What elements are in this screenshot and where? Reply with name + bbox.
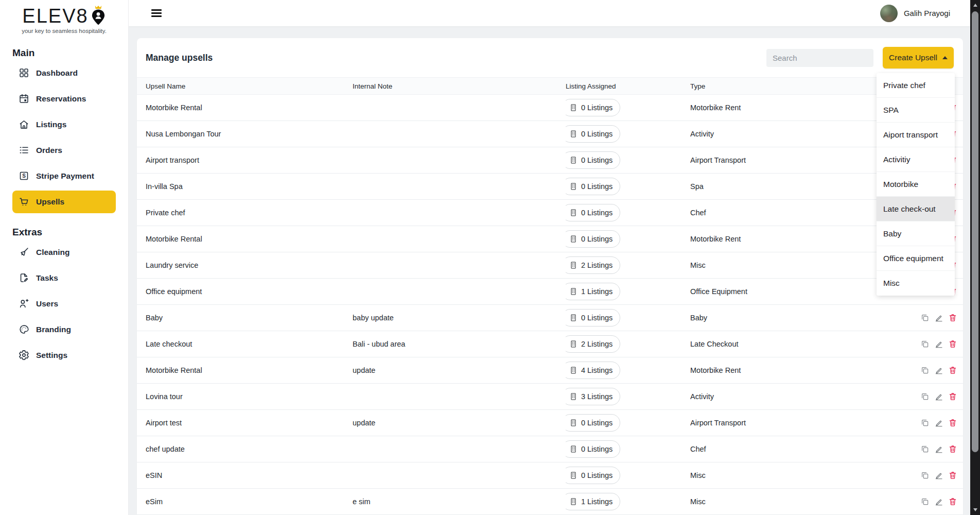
listings-badge[interactable]: 2 Listings xyxy=(566,335,620,353)
edit-icon[interactable] xyxy=(934,339,943,349)
search-input[interactable] xyxy=(766,49,873,67)
user-plus-icon xyxy=(19,298,29,309)
building-icon xyxy=(569,156,577,164)
listings-count: 2 Listings xyxy=(581,261,612,269)
listings-badge[interactable]: 4 Listings xyxy=(566,362,620,379)
topbar: Galih Prayogi xyxy=(129,0,980,26)
table-row: Motorbike Rental update 4 Listings Motor… xyxy=(137,357,963,384)
sidebar-item-dashboard[interactable]: Dashboard xyxy=(12,62,116,84)
calendar-icon xyxy=(19,93,29,104)
sidebar-item-users[interactable]: Users xyxy=(12,293,116,315)
listings-badge[interactable]: 0 Listings xyxy=(566,125,620,143)
internal-note-cell: update xyxy=(353,419,566,427)
listings-badge[interactable]: 0 Listings xyxy=(566,99,620,116)
copy-icon[interactable] xyxy=(920,339,930,349)
copy-icon[interactable] xyxy=(920,392,930,401)
internal-note-cell: update xyxy=(353,366,566,374)
sidebar-item-settings[interactable]: Settings xyxy=(12,344,116,367)
avatar xyxy=(880,5,898,22)
dropdown-item[interactable]: Motorbike xyxy=(877,172,955,197)
edit-icon[interactable] xyxy=(934,471,943,480)
dropdown-item[interactable]: Aiport transport xyxy=(877,123,955,147)
edit-icon[interactable] xyxy=(934,497,943,506)
edit-icon[interactable] xyxy=(934,366,943,375)
brand-name: ELEV8 xyxy=(22,6,88,27)
building-icon xyxy=(569,104,577,112)
main-area: Galih Prayogi Manage upsells Create Upse… xyxy=(129,0,980,515)
copy-icon[interactable] xyxy=(920,471,930,480)
delete-icon[interactable] xyxy=(948,339,957,349)
listings-badge[interactable]: 0 Listings xyxy=(566,440,620,458)
dropdown-item[interactable]: Activitiy xyxy=(877,147,955,172)
listings-badge[interactable]: 0 Listings xyxy=(566,467,620,484)
upsell-name-cell: Lovina tour xyxy=(146,392,353,401)
copy-icon[interactable] xyxy=(920,444,930,454)
building-icon xyxy=(569,471,577,479)
scrollbar-down-arrow[interactable] xyxy=(970,506,980,514)
listings-badge[interactable]: 0 Listings xyxy=(566,151,620,169)
delete-icon[interactable] xyxy=(948,392,957,401)
building-icon xyxy=(569,235,577,243)
copy-icon[interactable] xyxy=(920,313,930,322)
sidebar-item-label: Settings xyxy=(36,351,67,360)
dropdown-item[interactable]: Baby xyxy=(877,221,955,246)
delete-icon[interactable] xyxy=(948,418,957,427)
sidebar-item-tasks[interactable]: Tasks xyxy=(12,267,116,289)
type-cell: Activity xyxy=(690,392,916,401)
delete-icon[interactable] xyxy=(948,444,957,454)
sidebar-item-cleaning[interactable]: Cleaning xyxy=(12,241,116,264)
copy-icon[interactable] xyxy=(920,497,930,506)
dropdown-item[interactable]: Office equipment xyxy=(877,246,955,271)
listings-count: 0 Listings xyxy=(581,104,612,112)
type-cell: Late Checkout xyxy=(690,340,916,348)
scrollbar-thumb[interactable] xyxy=(972,11,978,452)
listings-badge[interactable]: 1 Listings xyxy=(566,493,620,510)
app-root: ELEV8 your key to seamless hospitality. … xyxy=(0,0,980,515)
user-menu[interactable]: Galih Prayogi xyxy=(880,5,950,22)
listings-badge[interactable]: 0 Listings xyxy=(566,230,620,248)
hamburger-menu-icon[interactable] xyxy=(151,9,162,17)
edit-icon[interactable] xyxy=(934,313,943,322)
sidebar-item-branding[interactable]: Branding xyxy=(12,318,116,341)
dropdown-item[interactable]: Private chef xyxy=(877,73,955,98)
dropdown-item[interactable]: Misc xyxy=(877,271,955,296)
listings-badge[interactable]: 0 Listings xyxy=(566,414,620,432)
listings-badge[interactable]: 0 Listings xyxy=(566,204,620,221)
listings-count: 0 Listings xyxy=(581,471,612,479)
page-scrollbar[interactable] xyxy=(970,0,980,515)
delete-icon[interactable] xyxy=(948,313,957,322)
listings-badge[interactable]: 0 Listings xyxy=(566,309,620,327)
table-row: chef update 0 Listings Chef xyxy=(137,436,963,462)
delete-icon[interactable] xyxy=(948,366,957,375)
home-icon xyxy=(19,119,29,130)
listings-badge[interactable]: 1 Listings xyxy=(566,283,620,300)
listings-badge[interactable]: 3 Listings xyxy=(566,388,620,405)
create-upsell-button[interactable]: Create Upsell xyxy=(883,47,954,68)
edit-icon[interactable] xyxy=(934,392,943,401)
delete-icon[interactable] xyxy=(948,471,957,480)
scrollbar-up-arrow[interactable] xyxy=(970,1,980,9)
dropdown-item[interactable]: SPA xyxy=(877,98,955,123)
edit-icon[interactable] xyxy=(934,444,943,454)
palette-icon xyxy=(19,324,29,335)
table-row: Nusa Lembongan Tour 0 Listings Activity xyxy=(137,121,963,147)
table-row: eSim e sim 1 Listings Misc xyxy=(137,489,963,515)
sidebar-item-listings[interactable]: Listings xyxy=(12,113,116,136)
sidebar-item-stripe-payment[interactable]: S Stripe Payment xyxy=(12,165,116,187)
sidebar-item-label: Orders xyxy=(36,146,62,155)
sidebar-item-orders[interactable]: Orders xyxy=(12,139,116,162)
building-icon xyxy=(569,287,577,296)
listings-badge[interactable]: 0 Listings xyxy=(566,178,620,195)
dropdown-item[interactable]: Late check-out xyxy=(877,197,955,221)
sidebar-item-upsells[interactable]: Upsells xyxy=(12,191,116,213)
copy-icon[interactable] xyxy=(920,366,930,375)
listings-count: 4 Listings xyxy=(581,366,612,374)
sidebar-item-reservations[interactable]: Reservations xyxy=(12,88,116,110)
edit-icon[interactable] xyxy=(934,418,943,427)
upsell-name-cell: In-villa Spa xyxy=(146,182,353,191)
listings-count: 1 Listings xyxy=(581,287,612,296)
copy-icon[interactable] xyxy=(920,418,930,427)
listings-badge[interactable]: 2 Listings xyxy=(566,256,620,274)
broom-icon xyxy=(19,247,29,258)
delete-icon[interactable] xyxy=(948,497,957,506)
